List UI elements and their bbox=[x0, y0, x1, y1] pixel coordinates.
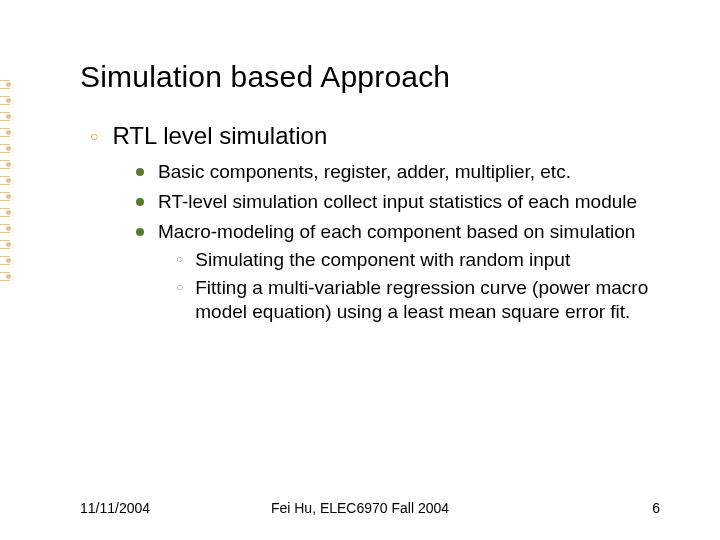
level2-text: RT-level simulation collect input statis… bbox=[158, 190, 637, 214]
circle-icon: ○ bbox=[176, 248, 183, 270]
level3-text: Simulating the component with random inp… bbox=[195, 248, 570, 272]
circle-icon: ○ bbox=[90, 122, 98, 150]
bullet-level3: ○ Simulating the component with random i… bbox=[176, 248, 660, 272]
bullet-level2: Macro-modeling of each component based o… bbox=[136, 220, 660, 244]
footer-page-number: 6 bbox=[652, 500, 660, 516]
level2-text: Basic components, register, adder, multi… bbox=[158, 160, 571, 184]
bullet-level2: RT-level simulation collect input statis… bbox=[136, 190, 660, 214]
footer-date: 11/11/2004 bbox=[80, 500, 150, 516]
slide-footer: 11/11/2004 Fei Hu, ELEC6970 Fall 2004 6 bbox=[0, 500, 720, 516]
slide-title: Simulation based Approach bbox=[80, 60, 660, 94]
spiral-binding-decoration bbox=[0, 76, 24, 296]
slide: Simulation based Approach ○ RTL level si… bbox=[0, 0, 720, 540]
bullet-level2: Basic components, register, adder, multi… bbox=[136, 160, 660, 184]
dot-icon bbox=[136, 228, 144, 236]
level2-text: Macro-modeling of each component based o… bbox=[158, 220, 635, 244]
bullet-level3: ○ Fitting a multi-variable regression cu… bbox=[176, 276, 660, 324]
dot-icon bbox=[136, 168, 144, 176]
level1-text: RTL level simulation bbox=[112, 122, 327, 150]
bullet-level1: ○ RTL level simulation bbox=[90, 122, 660, 150]
circle-icon: ○ bbox=[176, 276, 183, 298]
level3-text: Fitting a multi-variable regression curv… bbox=[195, 276, 655, 324]
dot-icon bbox=[136, 198, 144, 206]
